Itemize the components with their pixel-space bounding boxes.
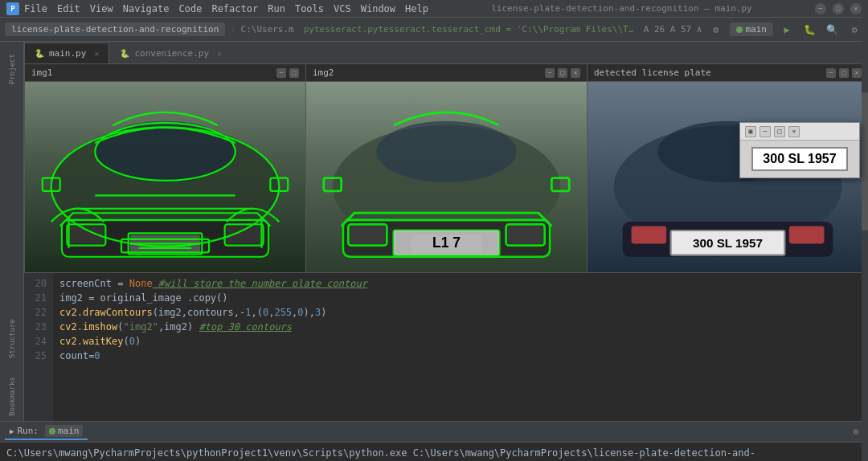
run-button[interactable]: ▶ (778, 21, 796, 39)
svg-rect-42 (789, 226, 825, 244)
detected-maximize[interactable]: □ (839, 68, 849, 78)
tab-close-convenience[interactable]: ✕ (217, 49, 222, 58)
popup-close[interactable]: ✕ (788, 126, 800, 137)
detected-minimize[interactable]: — (826, 68, 836, 78)
tab-label-main: main.py (49, 48, 86, 59)
car-image-2: L1 7 (306, 82, 587, 272)
settings-icon[interactable]: ⚙ (707, 21, 725, 39)
file-path: C:\Users.m (241, 24, 294, 35)
menu-refactor[interactable]: Refactor (211, 3, 258, 14)
popup-maximize2[interactable]: □ (774, 126, 785, 137)
popup-controls: ▣ — □ ✕ (745, 126, 800, 137)
svg-rect-27 (508, 226, 543, 244)
code-line-21: img2 = original_image .copy() (59, 291, 862, 305)
tab-label-convenience: convenience.py (134, 48, 209, 59)
plate-text: 300 SL 1957 (751, 147, 847, 171)
line-num-25: 25 (24, 349, 47, 363)
menu-run[interactable]: Run (268, 3, 285, 14)
content-area: 🐍 main.py ✕ 🐍 convenience.py ✕ img1 — □ (24, 42, 868, 421)
image-window-controls-2: — □ ✕ (545, 68, 580, 78)
tab-main-py[interactable]: 🐍 main.py ✕ (24, 43, 109, 63)
code-line-24: cv2.waitKey(0) (59, 334, 862, 349)
image-content-1 (25, 82, 305, 272)
run-icon: ▶ (10, 427, 14, 435)
debug-button[interactable]: 🐛 (800, 21, 818, 39)
code-content[interactable]: screenCnt = None #will store the number … (53, 273, 868, 421)
plate-popup-title: ▣ — □ ✕ (740, 123, 859, 141)
run-tab-label: Run: (17, 426, 39, 436)
run-content: C:\Users\mwang\PycharmProjects\pythonPro… (0, 443, 868, 461)
image-window-title-detected: detected license plate — □ ✕ (588, 64, 868, 82)
run-panel: ▶ Run: main ⚙ C:\Users\mwang\PycharmProj… (0, 421, 868, 461)
image-window-title-1: img1 — □ (25, 64, 305, 82)
run-config-dot (49, 428, 55, 434)
tab-convenience-py[interactable]: 🐍 convenience.py ✕ (109, 43, 232, 63)
sidebar-icon-project[interactable]: Project (2, 45, 22, 93)
svg-rect-41 (632, 226, 667, 244)
python-file-icon-2: 🐍 (120, 49, 129, 58)
project-breadcrumb[interactable]: license-plate-detection-and-recognition (5, 22, 225, 36)
svg-text:L1  7: L1 7 (432, 235, 461, 251)
menu-vcs[interactable]: VCS (334, 3, 351, 14)
toolbar-right: A 26 A 57 ∧ ⚙ main ▶ 🐛 🔍 ⚙ (644, 21, 863, 39)
maximize-button[interactable]: □ (833, 3, 844, 14)
menu-code[interactable]: Code (179, 3, 203, 14)
menu-navigate[interactable]: Navigate (123, 3, 170, 14)
menu-edit[interactable]: Edit (57, 3, 80, 14)
plate-popup-window: ▣ — □ ✕ 300 SL 1957 (739, 122, 860, 178)
code-line-25: count=0 (59, 349, 862, 363)
run-tab-run[interactable]: ▶ Run: main (5, 423, 88, 440)
img2-maximize[interactable]: □ (558, 68, 567, 78)
line-numbers: 20 21 22 23 24 25 (24, 273, 53, 421)
line-num-22: 22 (24, 305, 47, 320)
main-layout: Project Structure Bookmarks 🐍 main.py ✕ … (0, 42, 868, 421)
img2-minimize[interactable]: — (545, 68, 555, 78)
minimize-button[interactable]: — (815, 3, 826, 14)
image-window-detected: detected license plate — □ ✕ (588, 64, 868, 272)
title-bar: P File Edit View Navigate Code Refactor … (0, 0, 868, 18)
run-config-indicator[interactable]: main (730, 22, 774, 36)
menu-tools[interactable]: Tools (295, 3, 324, 14)
svg-point-24 (376, 121, 517, 182)
car-image-1 (25, 82, 305, 272)
line-num-21: 21 (24, 291, 47, 305)
line-num-23: 23 (24, 320, 47, 334)
run-command: C:\Users\mwang\PycharmProjects\pythonPro… (6, 446, 862, 461)
popup-minimize[interactable]: ▣ (745, 126, 756, 137)
svg-text:300 SL 1957: 300 SL 1957 (693, 236, 763, 250)
tab-bar: 🐍 main.py ✕ 🐍 convenience.py ✕ (24, 42, 868, 64)
image-title-text-detected: detected license plate (594, 67, 711, 78)
gear-icon[interactable]: ⚙ (845, 21, 863, 39)
code-editor: 20 21 22 23 24 25 screenCnt = None #will… (24, 273, 868, 421)
detected-close[interactable]: ✕ (852, 68, 862, 78)
tab-close-main[interactable]: ✕ (94, 49, 99, 58)
search-icon[interactable]: 🔍 (823, 21, 841, 39)
menu-help[interactable]: Help (405, 3, 428, 14)
run-config-name: main (58, 426, 80, 436)
img2-close[interactable]: ✕ (571, 68, 580, 78)
image-title-text-1: img1 (31, 67, 53, 78)
img1-maximize[interactable]: □ (289, 68, 299, 78)
line-num-24: 24 (24, 334, 47, 349)
image-window-controls-1: — □ (276, 68, 299, 78)
svg-rect-26 (350, 226, 386, 244)
menu-view[interactable]: View (90, 3, 113, 14)
images-row: img1 — □ (24, 64, 868, 273)
image-content-2: L1 7 (306, 82, 587, 272)
project-name: license-plate-detection-and-recognition (11, 24, 219, 35)
menu-file[interactable]: File (24, 3, 47, 14)
image-title-text-2: img2 (313, 67, 334, 78)
sidebar-icon-bookmarks[interactable]: Bookmarks (2, 373, 22, 421)
python-file-icon: 🐍 (35, 49, 44, 58)
code-line-23: cv2.imshow("img2",img2) #top 30 contours (59, 320, 862, 334)
window-title: license-plate-detection-and-recognition … (428, 3, 815, 14)
popup-maximize[interactable]: — (760, 126, 771, 137)
menu-window[interactable]: Window (361, 3, 395, 14)
code-line-22: cv2.drawContours(img2,contours,-1,(0,255… (59, 305, 862, 320)
run-config-label: main (746, 24, 768, 35)
close-button[interactable]: ✕ (850, 3, 862, 14)
sidebar-icon-structure[interactable]: Structure (2, 315, 22, 363)
img1-minimize[interactable]: — (276, 68, 286, 78)
run-tab-bar: ▶ Run: main ⚙ (0, 422, 868, 443)
app-icon: P (6, 2, 19, 15)
